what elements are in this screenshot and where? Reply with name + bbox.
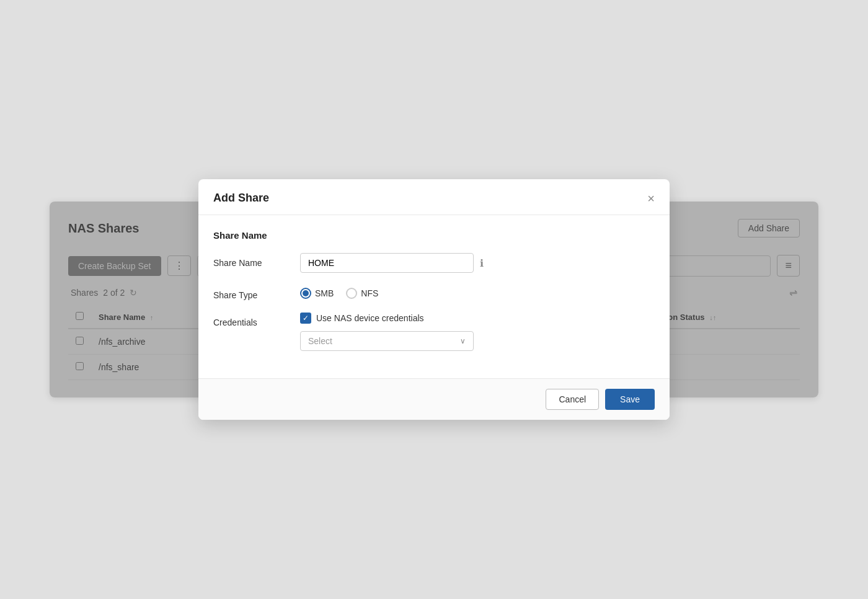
share-type-radio-group: SMB NFS: [300, 285, 378, 299]
credentials-row: Credentials ✓ Use NAS device credentials: [213, 313, 655, 351]
share-name-controls: ℹ: [300, 253, 655, 273]
use-nas-credentials-checkbox[interactable]: ✓: [300, 313, 311, 324]
modal-title: Add Share: [213, 192, 269, 205]
share-name-input[interactable]: [300, 253, 474, 273]
radio-nfs-label: NFS: [361, 288, 378, 298]
share-type-controls: SMB NFS: [300, 285, 655, 299]
radio-smb[interactable]: SMB: [300, 288, 334, 299]
share-type-row: Share Type SMB: [213, 285, 655, 300]
credentials-label: Credentials: [213, 313, 300, 327]
radio-nfs[interactable]: NFS: [346, 288, 378, 299]
use-nas-credentials-label: Use NAS device credentials: [316, 313, 424, 323]
use-nas-credentials-option[interactable]: ✓ Use NAS device credentials: [300, 313, 474, 324]
modal-footer: Cancel Save: [198, 378, 670, 420]
credentials-controls: ✓ Use NAS device credentials Select ∨: [300, 313, 655, 351]
add-share-modal: Add Share × Share Name Share Name ℹ: [198, 179, 670, 420]
share-name-info-icon[interactable]: ℹ: [480, 257, 484, 269]
credentials-select[interactable]: Select ∨: [300, 331, 474, 351]
share-name-label: Share Name: [213, 253, 300, 268]
radio-smb-circle: [300, 288, 311, 299]
radio-nfs-circle: [346, 288, 357, 299]
radio-smb-label: SMB: [315, 288, 334, 298]
share-name-row: Share Name ℹ: [213, 253, 655, 273]
checkbox-checkmark: ✓: [303, 314, 309, 322]
share-type-label: Share Type: [213, 285, 300, 300]
modal-overlay: Add Share × Share Name Share Name ℹ: [50, 202, 818, 397]
modal-close-button[interactable]: ×: [647, 192, 655, 205]
modal-body: Share Name Share Name ℹ Share Type: [198, 215, 670, 378]
credentials-wrap: ✓ Use NAS device credentials Select ∨: [300, 313, 474, 351]
chevron-down-icon: ∨: [460, 337, 466, 345]
cancel-button[interactable]: Cancel: [546, 389, 599, 410]
save-button[interactable]: Save: [605, 389, 655, 410]
section-title: Share Name: [213, 230, 655, 241]
modal-header: Add Share ×: [198, 179, 670, 215]
radio-smb-inner: [303, 290, 309, 296]
select-placeholder: Select: [308, 336, 332, 346]
